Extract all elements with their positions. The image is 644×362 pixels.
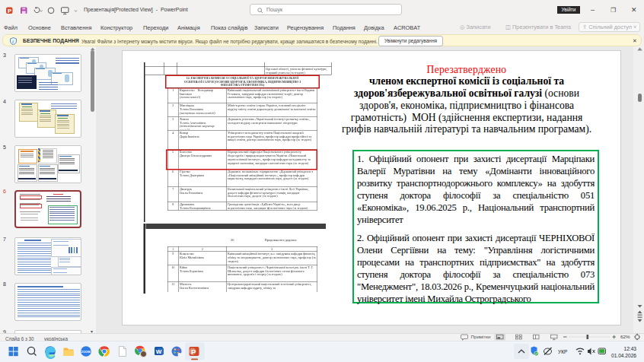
svg-text:Примітки: Примітки: [471, 334, 492, 339]
svg-text:W: W: [156, 348, 162, 355]
svg-text:01.04.2026: 01.04.2026: [611, 353, 636, 358]
svg-text:P: P: [8, 8, 11, 14]
svg-text:УКР: УКР: [558, 349, 567, 354]
svg-text:P: P: [191, 348, 196, 356]
svg-text:i: i: [12, 39, 14, 45]
svg-text:12:43: 12:43: [623, 346, 636, 351]
svg-text:ZOOM: ZOOM: [81, 350, 91, 354]
svg-text:62%: 62%: [620, 334, 630, 339]
